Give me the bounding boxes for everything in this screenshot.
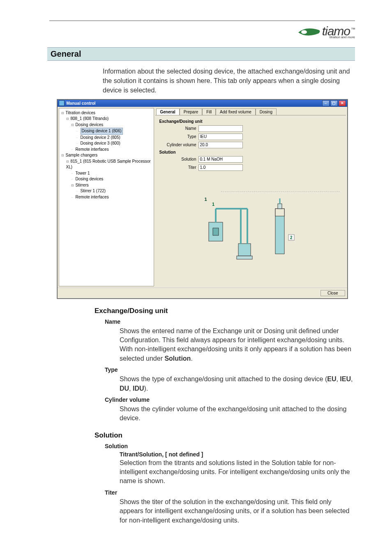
diagram-divider [221, 191, 340, 192]
window-icon [59, 100, 65, 106]
tab-add-fixed-volume[interactable]: Add fixed volume [216, 108, 256, 115]
exchange-heading: Exchange/Dosing unit [95, 307, 355, 315]
svg-rect-2 [213, 228, 219, 235]
tree-leaf[interactable]: Dosing devices [61, 176, 153, 182]
manual-control-window: Manual control – ▢ ✕ Titration devices 8… [57, 99, 348, 299]
header-rule [49, 21, 355, 21]
def-type-label: Type [105, 366, 355, 373]
tree-node[interactable]: 815_1 (815 Robotic USB Sample Processor … [61, 159, 153, 170]
section-heading: General [47, 47, 355, 61]
tree-leaf[interactable]: Dosing device 3 (800) [61, 140, 153, 147]
tree-node[interactable]: Stirrers [61, 182, 153, 189]
field-name-value [198, 125, 243, 132]
field-titer-label: Titer [159, 165, 198, 170]
solution-heading: Solution [95, 431, 355, 440]
svg-text:2: 2 [290, 235, 293, 240]
def-name-body: Shows the entered name of the Exchange u… [120, 327, 355, 364]
tree-node[interactable]: Sample changers [61, 152, 153, 159]
tab-fill[interactable]: Fill [202, 108, 216, 115]
def-solution-body: Selection from the titrants and solution… [120, 458, 355, 486]
tree-leaf[interactable]: Tower 1 [61, 170, 153, 177]
device-tree-panel: Titration devices 808_1 (808 Titrando) D… [59, 108, 154, 286]
tree-leaf[interactable]: Dosing device 2 (805) [61, 135, 153, 141]
svg-rect-12 [238, 244, 251, 256]
group-solution-title: Solution [159, 150, 342, 154]
tree-node[interactable]: Titration devices [61, 110, 153, 116]
field-titer-value: 1.0 [198, 164, 243, 171]
tab-general[interactable]: General [156, 108, 180, 115]
window-title: Manual control [67, 101, 96, 106]
dosing-diagram: 1 2 [159, 194, 342, 268]
field-solution-value: 0.1 M NaOH [198, 156, 243, 163]
def-solution-label: Solution [105, 443, 355, 449]
def-titer-body: Shows the titer of the solution in the e… [120, 497, 355, 525]
def-solution-sub: Titrant/Solution, [ not defined ] [120, 451, 355, 458]
tab-prepare[interactable]: Prepare [180, 108, 203, 115]
tab-strip: General Prepare Fill Add fixed volume Do… [155, 108, 346, 115]
tree-leaf[interactable]: Remote interfaces [61, 194, 153, 200]
tree-leaf-selected[interactable]: Dosing device 1 (806) [61, 128, 153, 135]
svg-rect-7 [275, 209, 284, 216]
window-titlebar: Manual control – ▢ ✕ [58, 100, 347, 107]
field-cyl-value: 20.0 [198, 142, 243, 148]
field-type-value: IEU [198, 134, 243, 140]
def-name-label: Name [105, 318, 355, 325]
group-exchange-title: Exchange/Dosing unit [159, 119, 342, 124]
tab-dosing[interactable]: Dosing [256, 108, 277, 115]
svg-rect-13 [237, 256, 252, 259]
tiamo-logo: tiamo™ titration and more [298, 25, 355, 40]
logo-row: tiamo™ titration and more [49, 25, 355, 40]
tree-leaf[interactable]: Stirrer 1 (722) [61, 188, 153, 194]
field-type-label: Type [159, 134, 198, 139]
svg-text:1: 1 [212, 202, 214, 207]
field-cyl-label: Cylinder volume [159, 143, 198, 147]
field-solution-label: Solution [159, 157, 198, 161]
tree-leaf[interactable]: Remote interfaces [61, 147, 153, 153]
close-button[interactable]: Close [321, 290, 345, 296]
def-cyl-label: Cylinder volume [105, 396, 355, 403]
tree-node[interactable]: Dosing devices [61, 122, 153, 128]
intro-paragraph: Information about the selected dosing de… [103, 67, 355, 95]
svg-point-0 [301, 30, 307, 34]
maximize-button[interactable]: ▢ [330, 100, 338, 106]
def-type-body: Shows the type of exchange/dosing unit a… [120, 375, 355, 393]
svg-rect-8 [278, 204, 282, 209]
field-name-label: Name [159, 126, 198, 131]
diagram-label-1: 1 [205, 197, 207, 202]
def-titer-label: Titer [105, 489, 355, 496]
logo-tm: ™ [351, 27, 355, 32]
swoosh-icon [298, 25, 321, 40]
def-cyl-body: Shows the cylinder volume of the exchang… [120, 405, 355, 423]
tree-node[interactable]: 808_1 (808 Titrando) [61, 116, 153, 122]
close-window-button[interactable]: ✕ [339, 100, 346, 106]
minimize-button[interactable]: – [322, 100, 330, 106]
